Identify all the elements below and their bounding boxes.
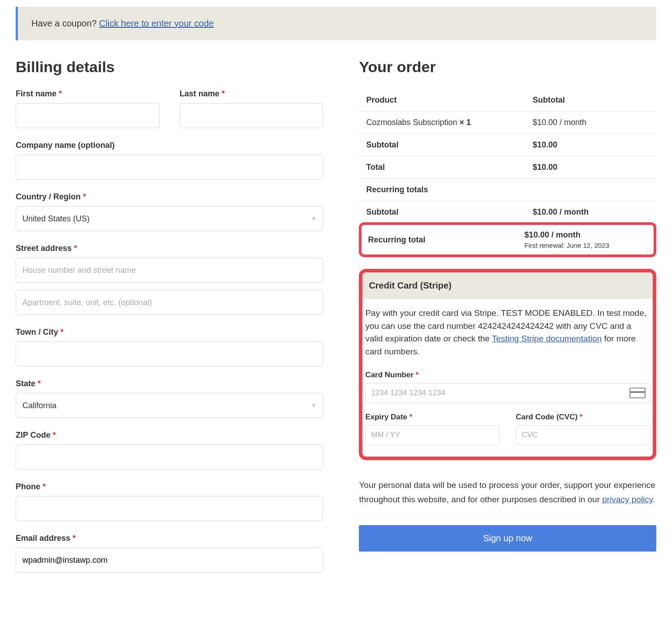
street2-input[interactable]: [16, 290, 323, 315]
th-product: Product: [359, 89, 526, 112]
recurring-total-value-block: $10.00 / month First renewal: June 12, 2…: [525, 230, 647, 249]
required-star: *: [222, 89, 225, 98]
email-label: Email address *: [16, 534, 323, 543]
table-row: Subtotal $10.00 / month: [359, 201, 656, 224]
recurring-header: Recurring totals: [359, 179, 656, 201]
required-star: *: [416, 371, 419, 379]
table-row: Total $10.00: [359, 156, 656, 179]
credit-card-icon: [629, 388, 646, 398]
table-row: Recurring totals: [359, 179, 656, 201]
total-label: Total: [359, 156, 526, 179]
street-label: Street address *: [16, 244, 323, 253]
subtotal-label: Subtotal: [359, 134, 526, 156]
city-label: Town / City *: [16, 328, 323, 337]
zip-input[interactable]: [16, 444, 323, 470]
phone-label: Phone *: [16, 482, 323, 492]
first-name-label: First name *: [16, 89, 159, 99]
cvc-input[interactable]: [516, 425, 650, 445]
phone-input[interactable]: [16, 496, 323, 521]
total-value: $10.00: [526, 156, 656, 179]
product-cell: Cozmoslabs Subscription × 1: [359, 112, 526, 134]
recurring-total-value: $10.00 / month: [525, 230, 581, 239]
privacy-text: Your personal data will be used to proce…: [359, 478, 656, 507]
email-input[interactable]: [16, 548, 323, 573]
billing-column: Billing details First name * Last name *…: [16, 58, 323, 585]
required-star: *: [59, 89, 62, 98]
company-input[interactable]: [16, 155, 323, 180]
required-star: *: [83, 192, 86, 201]
last-name-input[interactable]: [180, 103, 323, 128]
required-star: *: [43, 482, 46, 491]
order-column: Your order Product Subtotal Cozmoslabs S…: [359, 58, 656, 585]
required-star: *: [53, 431, 56, 440]
required-star: *: [74, 244, 77, 253]
required-star: *: [73, 534, 76, 543]
chevron-down-icon: ▼: [311, 402, 317, 409]
cvc-label: Card Code (CVC) *: [516, 413, 650, 422]
stripe-docs-link[interactable]: Testing Stripe documentation: [492, 334, 602, 343]
product-price: $10.00 / month: [526, 112, 656, 134]
required-star: *: [60, 328, 64, 336]
billing-title: Billing details: [16, 58, 323, 76]
recurring-total-highlight: Recurring total $10.00 / month First ren…: [359, 222, 656, 257]
state-value: California: [22, 401, 56, 410]
payment-method-title: Credit Card (Stripe): [362, 272, 653, 299]
subtotal-value: $10.00: [526, 134, 656, 156]
state-label: State *: [16, 379, 323, 388]
card-number-input[interactable]: [365, 383, 650, 403]
required-star: *: [409, 413, 413, 421]
first-renewal-note: First renewal: June 12, 2023: [525, 242, 647, 249]
country-select[interactable]: United States (US) ▼: [16, 206, 323, 231]
payment-description: Pay with your credit card via Stripe. TE…: [365, 307, 650, 358]
chevron-down-icon: ▼: [311, 216, 317, 222]
required-star: *: [580, 413, 583, 421]
country-value: United States (US): [22, 214, 90, 224]
street1-input[interactable]: [16, 258, 323, 283]
th-subtotal: Subtotal: [526, 89, 656, 112]
city-input[interactable]: [16, 341, 323, 367]
payment-section: Credit Card (Stripe) Pay with your credi…: [359, 269, 656, 460]
signup-button[interactable]: Sign up now: [359, 525, 656, 552]
coupon-banner: Have a coupon? Click here to enter your …: [16, 7, 656, 40]
card-number-label: Card Number *: [365, 371, 650, 380]
coupon-link[interactable]: Click here to enter your code: [99, 18, 214, 28]
state-select[interactable]: California ▼: [16, 393, 323, 418]
recurring-total-label: Recurring total: [368, 230, 524, 249]
table-row: Subtotal $10.00: [359, 134, 656, 156]
coupon-prompt: Have a coupon?: [31, 18, 99, 28]
order-title: Your order: [359, 58, 656, 76]
privacy-policy-link[interactable]: privacy policy: [602, 495, 653, 504]
expiry-input[interactable]: [365, 425, 500, 445]
order-table: Product Subtotal Cozmoslabs Subscription…: [359, 89, 656, 223]
expiry-label: Expiry Date *: [365, 413, 500, 422]
recurring-subtotal-value: $10.00 / month: [526, 201, 656, 224]
table-row: Cozmoslabs Subscription × 1 $10.00 / mon…: [359, 112, 656, 134]
last-name-label: Last name *: [180, 89, 323, 99]
company-label: Company name (optional): [16, 141, 323, 150]
first-name-input[interactable]: [16, 103, 159, 128]
country-label: Country / Region *: [16, 192, 323, 202]
zip-label: ZIP Code *: [16, 431, 323, 440]
recurring-subtotal-label: Subtotal: [359, 201, 526, 224]
required-star: *: [38, 379, 41, 388]
